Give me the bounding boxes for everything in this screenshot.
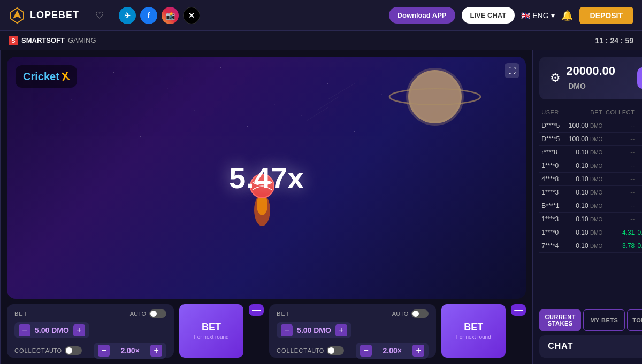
game-title: Cricket	[23, 71, 59, 83]
bet-amount: 100.00 DMO	[560, 135, 602, 143]
right-panel: ⚙ 20000.00 DMO 💼 USER BET COLLECT WIN D*…	[532, 50, 642, 364]
bet-collect: --	[602, 175, 635, 183]
telegram-icon[interactable]: ✈	[119, 7, 136, 24]
download-app-button[interactable]: Download APP	[389, 7, 455, 24]
auto-toggle-2[interactable]: AUTO	[392, 309, 429, 318]
table-row: D****5 100.00 DMO -- --	[539, 119, 642, 133]
heart-icon[interactable]: ♡	[95, 10, 104, 21]
balance-area: ⚙ 20000.00 DMO 💼	[539, 57, 642, 99]
bet-collect: --	[602, 189, 635, 196]
collect-toggle-1[interactable]	[65, 346, 82, 355]
bet-amount: 0.10 DMO	[560, 215, 602, 223]
logo-area: LOPEBET	[9, 7, 79, 24]
bet-win: --	[635, 135, 642, 143]
svg-marker-1	[13, 10, 21, 19]
deposit-button[interactable]: DEPOSIT	[579, 7, 633, 24]
bet-win: 0.38 DMO	[635, 242, 642, 250]
header-bet: BET	[560, 109, 602, 115]
collect-auto-toggle-1[interactable]: AUTO	[45, 346, 82, 355]
logo-text: LOPEBET	[30, 10, 79, 21]
bet-panel-1-amount-row: − 5.00 DMO +	[14, 322, 166, 338]
table-row: 7****4 0.10 DMO 3.78 0.38 DMO	[539, 239, 642, 253]
bet-amount: 0.10 DMO	[560, 202, 602, 210]
collect-auto-toggle-2[interactable]: AUTO	[308, 346, 344, 355]
bet-next-round-1: For next round	[194, 334, 229, 340]
chat-bar[interactable]: CHAT ❯	[539, 335, 642, 358]
toggle-switch-1[interactable]	[149, 309, 166, 318]
bet-win: --	[635, 149, 642, 156]
game-logo: Cricket X	[16, 65, 77, 88]
tab-top-wins[interactable]: TOP WINS	[627, 309, 642, 331]
betting-controls: BET AUTO − 5.00 DMO + COLLECT	[7, 304, 526, 358]
bet-amount-1: 5.00 DMO	[35, 326, 69, 335]
decrease-bet-1[interactable]: −	[19, 324, 30, 336]
lang-text: ENG	[532, 11, 548, 20]
logo-icon	[9, 7, 26, 24]
bets-body: D****5 100.00 DMO -- -- D****5 100.00 DM…	[539, 119, 642, 253]
bet-win: 0.43 DMO	[635, 229, 642, 236]
decrease-collect-1[interactable]: −	[98, 345, 110, 357]
bet-label-2: BET	[277, 311, 289, 317]
bell-icon[interactable]: 🔔	[561, 10, 573, 21]
bet-amount: 0.10 DMO	[560, 175, 602, 183]
amount-control-1: − 5.00 DMO +	[14, 322, 89, 338]
collect-toggle-2[interactable]	[327, 346, 344, 355]
header-win: WIN	[635, 109, 642, 115]
provider-type: GAMING	[68, 36, 96, 44]
header: LOPEBET ♡ ✈ f 📸 ✕ Download APP LIVE CHAT…	[0, 0, 642, 31]
amount-control-2: − 5.00 DMO +	[277, 322, 351, 338]
social-icons: ✈ f 📸 ✕	[119, 7, 200, 24]
decrease-bet-2[interactable]: −	[281, 324, 293, 336]
header-user: USER	[541, 109, 560, 115]
collect-value-1: 2.00×	[114, 346, 146, 355]
facebook-icon[interactable]: f	[140, 7, 157, 24]
bet-collect: --	[602, 215, 635, 223]
expand-button[interactable]: ⛶	[505, 63, 519, 78]
tab-my-bets[interactable]: MY BETS	[583, 309, 625, 331]
table-row: r****8 0.10 DMO -- --	[539, 146, 642, 159]
bet-minus-btn-2[interactable]: —	[511, 304, 526, 316]
subheader: S SMARTSOFT GAMING 11 : 24 : 59	[0, 31, 642, 50]
game-overlay: 5.47x	[7, 57, 526, 299]
flag-icon: 🇬🇧	[521, 11, 530, 20]
bet-user: r****8	[541, 149, 560, 156]
wallet-button[interactable]: 💼	[637, 67, 642, 89]
twitter-icon[interactable]: ✕	[183, 7, 200, 24]
provider-name: SMARTSOFT	[21, 36, 65, 44]
table-row: 1****0 0.10 DMO -- --	[539, 159, 642, 173]
bets-table: USER BET COLLECT WIN D****5 100.00 DMO -…	[533, 106, 642, 305]
collect-label-1: COLLECT	[14, 347, 45, 354]
toggle-switch-2[interactable]	[411, 309, 429, 318]
bet-win: --	[635, 162, 642, 169]
live-chat-button[interactable]: LIVE CHAT	[462, 7, 515, 24]
bet-user: D****5	[541, 135, 560, 143]
increase-collect-2[interactable]: +	[412, 345, 424, 357]
bet-user: 1****0	[541, 162, 560, 169]
bet-panel-1: BET AUTO − 5.00 DMO + COLLECT	[7, 304, 174, 358]
bet-panel-2-header: BET AUTO	[277, 309, 429, 318]
history-icon[interactable]: 🕐	[0, 55, 1, 66]
table-row: D****5 100.00 DMO -- --	[539, 133, 642, 146]
bet-action-button-2[interactable]: BET For next round	[441, 304, 506, 358]
increase-bet-2[interactable]: +	[335, 324, 347, 336]
multiplier-display: 5.47x	[229, 160, 304, 195]
bet-minus-btn-1[interactable]: —	[249, 304, 264, 316]
left-sidebar: 🕐 1.6013.651.422.196.592.491.1511.343.56…	[0, 50, 1, 364]
bet-action-button-1[interactable]: BET For next round	[179, 304, 243, 358]
tab-current-stakes[interactable]: CURRENT STAKES	[539, 309, 581, 331]
bet-collect: --	[602, 122, 635, 129]
main-layout: 🕐 1.6013.651.422.196.592.491.1511.343.56…	[0, 50, 642, 364]
balance-currency: DMO	[568, 82, 586, 90]
wallet-dots-icon: ⚙	[550, 71, 561, 85]
instagram-icon[interactable]: 📸	[162, 7, 179, 24]
decrease-collect-2[interactable]: −	[360, 345, 372, 357]
bet-collect: --	[602, 135, 635, 143]
language-selector[interactable]: 🇬🇧 ENG ▾	[521, 11, 554, 20]
bet-user: B****1	[541, 202, 560, 210]
auto-toggle-1[interactable]: AUTO	[130, 309, 166, 318]
increase-bet-1[interactable]: +	[73, 324, 85, 336]
bet-collect: --	[602, 202, 635, 210]
table-row: 4****8 0.10 DMO -- --	[539, 173, 642, 186]
tabs-row: CURRENT STAKESMY BETSTOP WINS	[533, 305, 642, 335]
increase-collect-1[interactable]: +	[150, 345, 162, 357]
